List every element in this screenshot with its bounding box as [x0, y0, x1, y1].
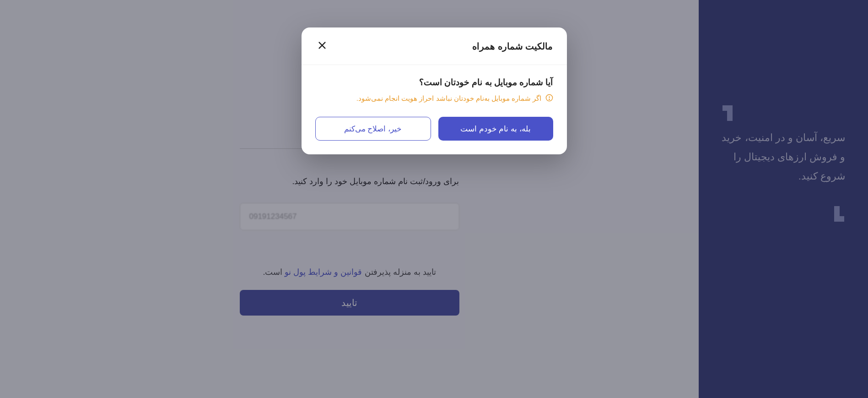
confirm-button[interactable]: بله، به نام خودم است [438, 117, 553, 141]
modal-header: مالکیت شماره همراه [302, 27, 567, 65]
modal-title: مالکیت شماره همراه [472, 41, 553, 52]
modal-warning-text: اگر شماره موبایل به‌نام خودتان نباشد احر… [356, 94, 542, 103]
modal-question: آیا شماره موبایل به نام خودتان است؟ [315, 77, 553, 87]
ownership-modal: مالکیت شماره همراه آیا شماره موبایل به ن… [302, 27, 567, 154]
modal-body: آیا شماره موبایل به نام خودتان است؟ اگر … [302, 65, 567, 154]
modal-warning-row: اگر شماره موبایل به‌نام خودتان نباشد احر… [315, 94, 553, 103]
svg-point-6 [549, 99, 549, 99]
modal-close-button[interactable] [315, 38, 329, 54]
modal-overlay[interactable]: مالکیت شماره همراه آیا شماره موبایل به ن… [0, 0, 868, 398]
cancel-button[interactable]: خیر، اصلاح می‌کنم [315, 117, 431, 141]
modal-actions: بله، به نام خودم است خیر، اصلاح می‌کنم [315, 117, 553, 141]
close-icon [317, 45, 327, 52]
info-icon [545, 94, 553, 103]
